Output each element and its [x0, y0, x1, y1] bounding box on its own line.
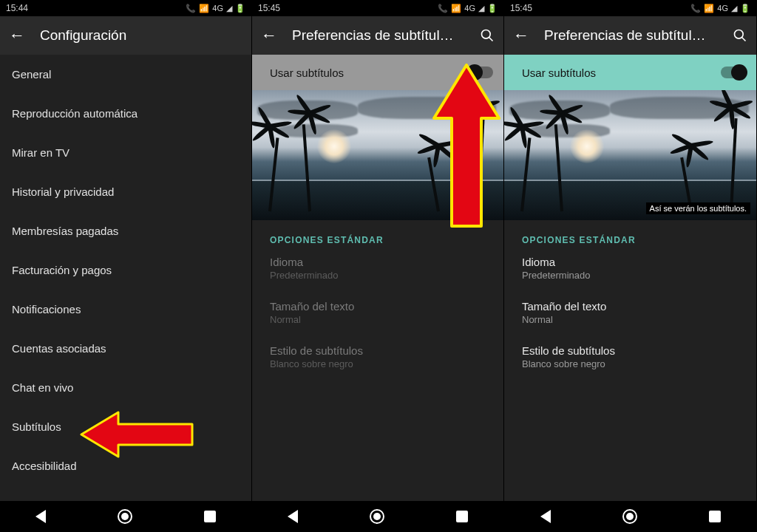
call-icon: 📞: [690, 4, 701, 13]
app-bar: ← Preferencias de subtítul…: [504, 16, 756, 55]
status-bar: 15:44 📞 📶 4G ◢ 🔋: [0, 0, 251, 16]
network-label: 4G: [717, 4, 728, 13]
android-nav-bar: [252, 501, 503, 532]
wifi-icon: 📶: [704, 4, 714, 13]
screen-captions-off: 15:45 📞 📶 4G ◢ 🔋 ← Preferencias de subtí…: [252, 0, 504, 532]
signal-icon: ◢: [731, 4, 737, 13]
settings-list: General Reproducción automática Mirar en…: [0, 55, 251, 501]
use-subtitles-toggle-row[interactable]: Usar subtítulos: [252, 55, 503, 90]
back-icon[interactable]: ←: [9, 26, 25, 45]
use-subtitles-label: Usar subtítulos: [270, 66, 468, 79]
page-title: Preferencias de subtítul…: [292, 27, 465, 44]
call-icon: 📞: [186, 4, 196, 13]
use-subtitles-switch[interactable]: [721, 66, 746, 78]
clock: 15:45: [258, 3, 280, 13]
screen-captions-on: 15:45 📞 📶 4G ◢ 🔋 ← Preferencias de subtí…: [504, 0, 757, 532]
use-subtitles-switch[interactable]: [468, 66, 493, 78]
network-label: 4G: [212, 4, 223, 13]
use-subtitles-label: Usar subtítulos: [522, 66, 721, 79]
nav-home-icon[interactable]: [118, 509, 132, 524]
android-nav-bar: [0, 501, 251, 532]
option-language[interactable]: Idioma Predeterminado: [522, 256, 744, 281]
svg-line-1: [489, 38, 493, 41]
settings-item-subtitles[interactable]: Subtítulos: [0, 407, 251, 446]
caption-options: OPCIONES ESTÁNDAR Idioma Predeterminado …: [504, 220, 756, 392]
signal-icon: ◢: [478, 4, 484, 13]
settings-item-livechat[interactable]: Chat en vivo: [0, 368, 251, 407]
option-caption-style[interactable]: Estilo de subtítulos Blanco sobre negro: [270, 344, 492, 369]
settings-item-about[interactable]: Acerca de: [0, 485, 251, 501]
android-nav-bar: [504, 501, 756, 532]
status-icons: 📞 📶 4G ◢ 🔋: [438, 4, 498, 13]
nav-back-icon[interactable]: [288, 510, 298, 523]
nav-back-icon[interactable]: [540, 510, 551, 523]
clock: 15:44: [6, 3, 28, 13]
settings-item-tv[interactable]: Mirar en TV: [0, 133, 251, 172]
options-header: OPCIONES ESTÁNDAR: [522, 235, 744, 245]
clock: 15:45: [510, 3, 532, 13]
nav-recent-icon[interactable]: [204, 511, 216, 522]
option-text-size[interactable]: Tamaño del texto Normal: [522, 300, 744, 325]
search-icon[interactable]: [480, 28, 495, 43]
app-bar: ← Configuración: [0, 16, 251, 55]
battery-icon: 🔋: [740, 4, 750, 13]
options-header: OPCIONES ESTÁNDAR: [270, 235, 492, 245]
settings-item-billing[interactable]: Facturación y pagos: [0, 250, 251, 290]
status-icons: 📞 📶 4G ◢ 🔋: [690, 4, 750, 13]
back-icon[interactable]: ←: [513, 26, 529, 45]
page-title: Preferencias de subtítul…: [544, 27, 718, 44]
signal-icon: ◢: [226, 4, 232, 13]
nav-recent-icon[interactable]: [709, 511, 721, 522]
battery-icon: 🔋: [487, 4, 498, 13]
svg-line-3: [742, 38, 746, 41]
settings-item-a11y[interactable]: Accesibilidad: [0, 446, 251, 485]
settings-item-autoplay[interactable]: Reproducción automática: [0, 94, 251, 133]
caption-preview-image: [252, 90, 503, 220]
nav-recent-icon[interactable]: [456, 511, 468, 522]
app-bar: ← Preferencias de subtítul…: [252, 16, 503, 55]
network-label: 4G: [464, 4, 475, 13]
wifi-icon: 📶: [451, 4, 461, 13]
settings-item-notifs[interactable]: Notificaciones: [0, 290, 251, 329]
page-title: Configuración: [40, 27, 242, 44]
option-language[interactable]: Idioma Predeterminado: [270, 256, 492, 281]
screen-configuration: 15:44 📞 📶 4G ◢ 🔋 ← Configuración General…: [0, 0, 252, 532]
svg-point-2: [735, 30, 744, 39]
svg-point-0: [482, 30, 491, 39]
search-icon[interactable]: [733, 28, 747, 43]
status-icons: 📞 📶 4G ◢ 🔋: [186, 4, 245, 13]
wifi-icon: 📶: [199, 4, 209, 13]
nav-home-icon[interactable]: [370, 509, 384, 524]
caption-options: OPCIONES ESTÁNDAR Idioma Predeterminado …: [252, 220, 503, 392]
battery-icon: 🔋: [235, 4, 245, 13]
caption-preview-image: Así se verán los subtítulos.: [504, 90, 756, 220]
option-text-size[interactable]: Tamaño del texto Normal: [270, 300, 492, 325]
use-subtitles-toggle-row[interactable]: Usar subtítulos: [504, 55, 756, 90]
option-caption-style[interactable]: Estilo de subtítulos Blanco sobre negro: [522, 344, 744, 369]
settings-item-general[interactable]: General: [0, 55, 251, 94]
caption-sample-text: Así se verán los subtítulos.: [646, 202, 750, 214]
settings-item-memberships[interactable]: Membresías pagadas: [0, 211, 251, 250]
settings-item-accounts[interactable]: Cuentas asociadas: [0, 329, 251, 368]
status-bar: 15:45 📞 📶 4G ◢ 🔋: [252, 0, 503, 16]
call-icon: 📞: [438, 4, 448, 13]
nav-home-icon[interactable]: [622, 509, 637, 524]
settings-item-history[interactable]: Historial y privacidad: [0, 172, 251, 211]
status-bar: 15:45 📞 📶 4G ◢ 🔋: [504, 0, 756, 16]
back-icon[interactable]: ←: [261, 26, 277, 45]
nav-back-icon[interactable]: [35, 510, 46, 523]
